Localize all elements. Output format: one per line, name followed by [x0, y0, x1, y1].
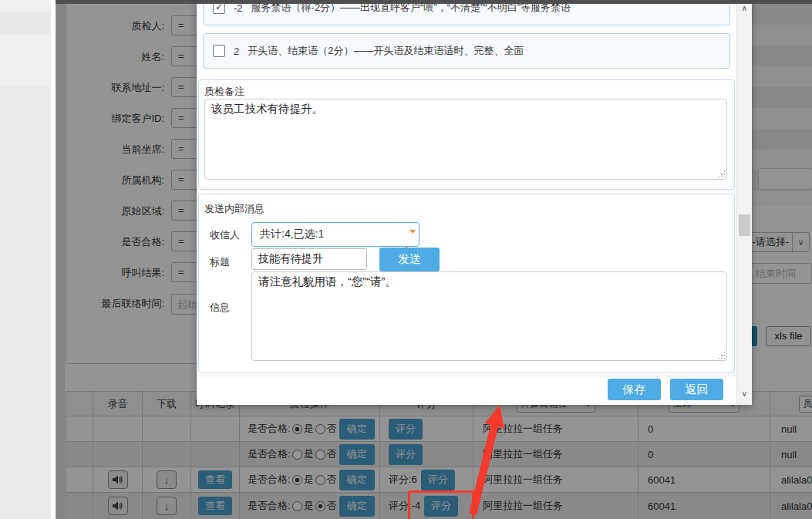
sidebar-band: [0, 86, 51, 519]
top-cutoff-band: [56, 0, 812, 4]
message-panel-title: 发送内部消息: [204, 202, 264, 216]
scroll-down-icon[interactable]: ∨: [737, 389, 752, 398]
score-item-row[interactable]: 2 开头语、结束语（2分）——开头语及结束语适时、完整、全面: [203, 33, 730, 69]
modal-scrollbar[interactable]: ∧ ∨: [736, 0, 752, 405]
recipient-value: 共计:4,已选:1: [260, 223, 324, 244]
remark-label: 质检备注: [204, 85, 244, 99]
body-textarea[interactable]: 请注意礼貌用语，“您”“请”。: [251, 271, 727, 361]
remark-panel: 质检备注 该员工技术有待提升。: [198, 79, 735, 190]
checkbox-unchecked-icon[interactable]: [213, 45, 225, 57]
highlight-arrow: [461, 399, 515, 519]
scroll-up-icon[interactable]: ∧: [737, 4, 752, 12]
qc-screen: 质检人: 姓名: 联系地址一: 绑定客户ID: 当前坐席: 所属机构: 原始区域…: [0, 0, 812, 519]
footer-divider: [197, 376, 736, 376]
message-panel: 发送内部消息 收信人 共计:4,已选:1 标题 发送 信息 请注意礼貌用语，“您…: [198, 194, 735, 373]
back-button[interactable]: 返回: [670, 379, 723, 400]
remark-textarea[interactable]: 该员工技术有待提升。: [204, 99, 727, 180]
sidebar-band: [0, 12, 51, 35]
subject-input[interactable]: [251, 248, 367, 270]
body-label: 信息: [210, 301, 230, 315]
send-button[interactable]: 发送: [379, 248, 440, 271]
recipient-label: 收信人: [210, 228, 240, 242]
qc-score-dialog: ✓ -2 服务禁语（得-2分）——出现直呼客户“喂”，“不清楚”“不明白”等服务…: [197, 0, 752, 405]
left-sidebar: [0, 0, 51, 519]
recipient-select[interactable]: 共计:4,已选:1: [251, 222, 419, 247]
subject-label: 标题: [210, 255, 230, 269]
score-item-value: 2: [234, 45, 239, 57]
score-item-text: 开头语、结束语（2分）——开头语及结束语适时、完整、全面: [248, 44, 524, 58]
save-button[interactable]: 保存: [608, 379, 661, 400]
scrollbar-thumb[interactable]: [739, 214, 750, 236]
